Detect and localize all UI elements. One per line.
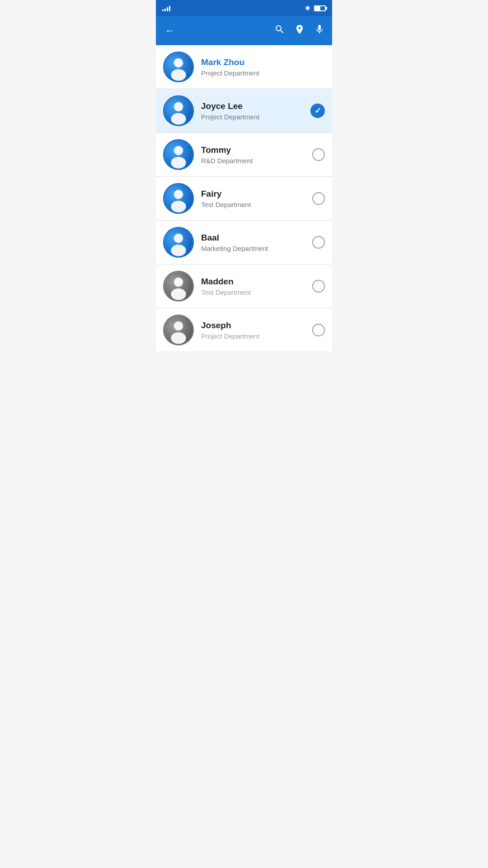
contact-info: Joseph Project Department [201,321,312,340]
svg-point-3 [171,69,186,81]
list-item[interactable]: Tommy R&D Department [156,133,332,177]
svg-point-14 [174,190,183,199]
list-item[interactable]: Fairy Test Department [156,177,332,221]
list-item[interactable]: Joseph Project Department [156,308,332,352]
radio-button[interactable] [312,324,325,336]
avatar [163,52,194,82]
check-button[interactable] [310,104,325,118]
contact-name: Tommy [201,145,312,155]
svg-point-22 [174,278,183,287]
contact-name: Fairy [201,189,312,199]
contact-name: Joseph [201,321,312,330]
svg-point-18 [174,234,183,243]
contact-department: Project Department [201,69,325,77]
radio-button[interactable] [312,148,325,161]
svg-point-2 [174,58,183,67]
avatar [163,315,194,345]
contact-name: Mark Zhou [201,57,325,67]
avatar [163,95,194,126]
location-icon[interactable] [294,24,305,38]
list-item[interactable]: Madden Test Department [156,264,332,308]
contact-info: Baal Marketing Department [201,233,312,252]
list-item[interactable]: Mark Zhou Project Department [156,45,332,89]
list-item[interactable]: Joyce Lee Project Department [156,89,332,133]
avatar [163,139,194,170]
radio-button[interactable] [312,192,325,205]
contact-department: Test Department [201,201,312,208]
contact-info: Tommy R&D Department [201,145,312,165]
svg-point-27 [171,332,186,344]
contact-department: Test Department [201,288,312,296]
svg-point-6 [174,102,183,111]
svg-point-7 [171,113,186,125]
status-left [162,5,173,11]
bluetooth-icon: ✱ [305,5,310,12]
app-bar-actions [274,24,325,38]
avatar [163,271,194,302]
list-item[interactable]: Baal Marketing Department [156,221,332,264]
radio-button[interactable] [312,280,325,292]
status-bar: ✱ [156,0,332,16]
contact-info: Joyce Lee Project Department [201,101,310,121]
avatar [163,183,194,214]
svg-point-11 [171,157,186,169]
contact-name: Madden [201,277,312,287]
svg-point-19 [171,245,186,256]
contact-info: Fairy Test Department [201,189,312,208]
radio-button[interactable] [312,236,325,249]
contact-department: Marketing Department [201,245,312,252]
contact-department: Project Department [201,113,310,121]
contact-name: Joyce Lee [201,101,310,111]
battery-icon [314,5,326,11]
microphone-icon[interactable] [314,24,325,38]
contact-department: R&D Department [201,157,312,165]
signal-icon [162,5,170,11]
search-icon[interactable] [274,24,285,38]
svg-point-23 [171,288,186,300]
app-bar: ← [156,16,332,45]
avatar [163,227,194,258]
contact-department: Project Department [201,332,312,340]
status-right: ✱ [305,5,326,12]
svg-point-15 [171,201,186,212]
svg-point-10 [174,146,183,155]
back-button[interactable]: ← [163,23,177,38]
contact-name: Baal [201,233,312,243]
contact-list: Mark Zhou Project Department [156,45,332,352]
svg-point-26 [174,321,183,330]
contact-info: Mark Zhou Project Department [201,57,325,77]
contact-info: Madden Test Department [201,277,312,296]
